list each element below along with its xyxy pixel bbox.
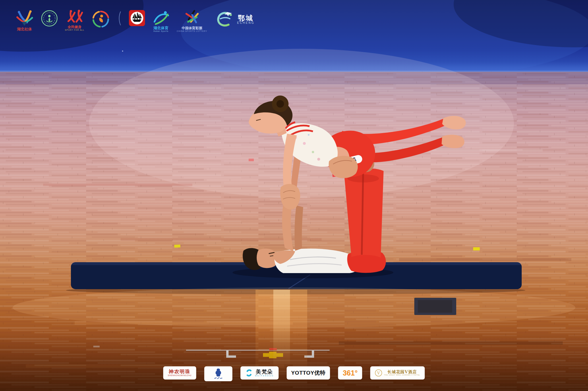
sponsor-yottoy: YOTTOY优特 [287, 366, 330, 380]
lottery-ribbons-icon [183, 10, 201, 25]
sponsor-great-wall-garden-v-hotel: V 长城花园V酒店 THE GREAT WALL GARDEN V HOTEL [370, 366, 425, 380]
sponsor-title: YOTTOY优特 [291, 369, 326, 377]
meifanduo-s-icon [245, 369, 253, 377]
logo-label: 中国体育彩票 [182, 26, 202, 30]
sponsor-title: 长城花园V酒店 [388, 370, 417, 374]
logo-red-ship [129, 10, 145, 26]
sponsor-title: 美梵朵 [256, 369, 273, 374]
scene-graphic: 6 [0, 0, 588, 391]
sponsor-title: 361° [343, 369, 358, 377]
logo-green-association-emblem [41, 10, 58, 27]
calligraphy-marks [214, 377, 223, 379]
ink-figure-icon [214, 368, 222, 377]
sponsor-subtitle: MEIFANDUO [255, 375, 274, 377]
sponsor-strip: 神农明珠 SHENNONGMINGZHU 美梵朵 MEIFANDUO YOTTO… [163, 366, 425, 381]
stage-photo: 6 湖北社体 [0, 0, 588, 391]
red-runners-icon [66, 10, 83, 24]
logo-label: 鄂城 [238, 14, 254, 22]
event-logo-strip: 湖北社体 全民健身 SPORT FOR ALL [15, 10, 255, 32]
logo-sublabel: SPORT FOR ALL [65, 29, 84, 31]
sponsor-subtitle: THE GREAT WALL GARDEN V HOTEL [384, 374, 420, 376]
logo-label: 湖北社体 [17, 27, 32, 31]
flyer-lower-foot [442, 135, 464, 148]
logo-hubei-social-sports: 湖北社体 [15, 10, 34, 31]
svg-text:V: V [377, 371, 380, 375]
logo-echeng: 鄂城 ECHENG [214, 10, 255, 28]
hotel-emblem-icon: V [375, 369, 382, 377]
logo-sublabel: Hubei Sports [153, 30, 168, 32]
green-emblem-icon [41, 10, 58, 27]
logo-label: 湖北体育 [154, 26, 169, 30]
logo-sublabel: CHINA SPORTS LOTTERY [177, 30, 207, 32]
logo-label: 全民健身 [68, 25, 82, 29]
runner-swoosh-icon [152, 10, 170, 25]
sponsor-blue-ink-calligraphy [204, 366, 232, 381]
colorful-figures-icon [15, 10, 34, 26]
sponsor-361: 361° [338, 366, 362, 380]
sponsor-shennong-mingzhu: 神农明珠 SHENNONGMINGZHU [163, 366, 196, 380]
sponsor-meifanduo: 美梵朵 MEIFANDUO [240, 366, 278, 380]
logo-china-sports-lottery: 中国体育彩票 CHINA SPORTS LOTTERY [177, 10, 207, 32]
ship-icon [129, 10, 145, 26]
logo-hubei-sports: 湖北体育 Hubei Sports [152, 10, 170, 32]
logo-sublabel: ECHENG [237, 22, 255, 24]
sponsor-subtitle: SHENNONGMINGZHU [168, 375, 192, 377]
echeng-swirl-icon [214, 10, 235, 28]
sponsor-title: 神农明珠 [169, 369, 191, 374]
logo-rainbow-ring-games [91, 10, 110, 29]
logo-divider [117, 11, 122, 26]
logo-sport-for-all: 全民健身 SPORT FOR ALL [65, 10, 84, 31]
rainbow-ring-icon [91, 10, 110, 29]
